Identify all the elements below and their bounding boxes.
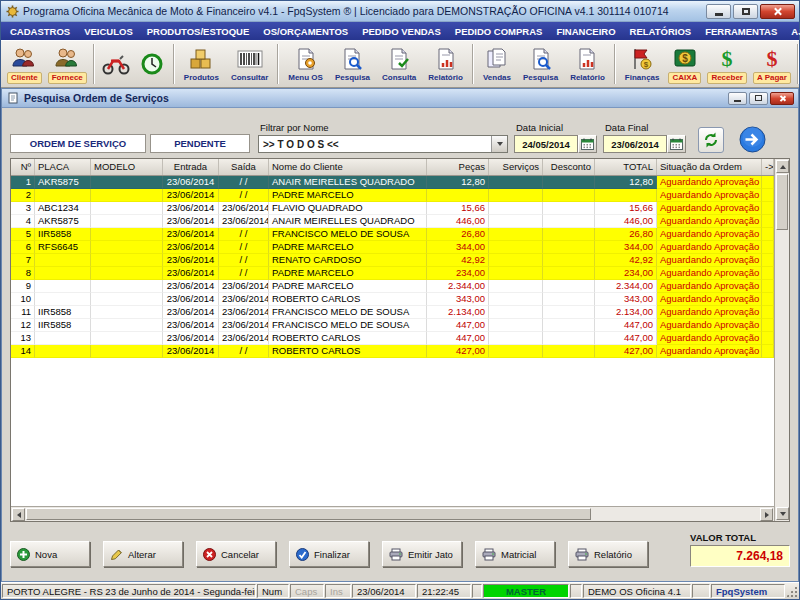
- toolbar-relat-rio-button[interactable]: Relatório: [423, 42, 468, 87]
- emitir-jato-button[interactable]: Emitir Jato: [382, 541, 462, 567]
- toolbar-clock-button[interactable]: [135, 42, 169, 87]
- nova-button[interactable]: Nova: [10, 541, 90, 567]
- toolbar-fornece-button[interactable]: Fornece: [46, 42, 89, 87]
- child-title-bar: Pesquisa Ordem de Serviços: [2, 89, 798, 108]
- toolbar-menu-os-button[interactable]: Menu OS: [283, 42, 328, 87]
- chevron-down-icon: [497, 142, 503, 146]
- column-header-saida[interactable]: Saída: [219, 159, 269, 175]
- toolbar-pesquisa-button[interactable]: Pesquisa: [518, 42, 563, 87]
- table-row[interactable]: 1323/06/201423/06/2014ROBERTO CARLOS447,…: [11, 332, 774, 345]
- name-filter-select[interactable]: >> T O D O S <<: [258, 135, 508, 153]
- cell-entrada: 23/06/2014: [163, 241, 219, 254]
- toolbar-motorcycle-button[interactable]: [99, 42, 133, 87]
- table-row[interactable]: 4AKR587523/06/201423/06/2014ANAIR MEIREL…: [11, 215, 774, 228]
- scroll-right-button[interactable]: [760, 508, 773, 521]
- column-header-total[interactable]: TOTAL: [595, 159, 657, 175]
- toolbar-pesquisa-button[interactable]: Pesquisa: [330, 42, 375, 87]
- date-start-calendar-button[interactable]: [578, 135, 597, 153]
- column-header-situacao[interactable]: Situação da Ordem: [657, 159, 762, 175]
- toolbar-cliente-button[interactable]: Cliente: [5, 42, 44, 87]
- column-header-num[interactable]: Nº: [11, 159, 35, 175]
- horizontal-scroll-track[interactable]: [591, 507, 759, 521]
- matricial-button[interactable]: Matricial: [475, 541, 555, 567]
- alterar-button[interactable]: Alterar: [103, 541, 183, 567]
- column-header-next[interactable]: ->: [762, 159, 774, 175]
- toolbar: ClienteForneceProdutosConsultarMenu OSPe…: [1, 40, 799, 88]
- horizontal-scrollbar[interactable]: [11, 506, 774, 521]
- vertical-scrollbar[interactable]: [774, 159, 789, 521]
- cancelar-button[interactable]: Cancelar: [196, 541, 276, 567]
- date-end-input[interactable]: 23/06/2014: [603, 135, 667, 153]
- table-row[interactable]: 5IIR585823/06/2014/ /FRANCISCO MELO DE S…: [11, 228, 774, 241]
- refresh-button[interactable]: [698, 127, 724, 153]
- menu-item-pedido-compras[interactable]: PEDIDO COMPRAS: [448, 22, 550, 40]
- table-row[interactable]: 723/06/2014/ /RENATO CARDOSO42,9242,92Ag…: [11, 254, 774, 267]
- cell-placa: [35, 332, 91, 345]
- close-button[interactable]: [760, 4, 795, 19]
- table-row[interactable]: 1423/06/2014/ /ROBERTO CARLOS427,00427,0…: [11, 345, 774, 358]
- toolbar-consulta-button[interactable]: Consulta: [377, 42, 421, 87]
- menu-item-ajuda[interactable]: AJUDA: [784, 22, 800, 40]
- vertical-scroll-track[interactable]: [775, 230, 789, 506]
- toolbar-button-label: Relatório: [425, 73, 466, 83]
- menu-item-pedido-vendas[interactable]: PEDIDO VENDAS: [355, 22, 448, 40]
- table-row[interactable]: 923/06/201423/06/2014PADRE MARCELO2.344,…: [11, 280, 774, 293]
- table-row[interactable]: 3ABC123423/06/201423/06/2014FLAVIO QUADR…: [11, 202, 774, 215]
- child-minimize-button[interactable]: [728, 92, 747, 105]
- toolbar-a-pagar-button[interactable]: $A Pagar: [751, 42, 793, 87]
- column-header-nome[interactable]: Nome do Cliente: [269, 159, 427, 175]
- toolbar-produtos-button[interactable]: Produtos: [179, 42, 224, 87]
- table-row[interactable]: 12IIR585823/06/201423/06/2014FRANCISCO M…: [11, 319, 774, 332]
- maximize-button[interactable]: [733, 4, 758, 19]
- toolbar-separator: [93, 44, 95, 84]
- toolbar-receber-button[interactable]: $Receber: [705, 42, 749, 87]
- scroll-up-button[interactable]: [776, 160, 789, 173]
- table-row[interactable]: 223/06/2014/ /PADRE MARCELOAguardando Ap…: [11, 189, 774, 202]
- menu-item-produtos-estoque[interactable]: PRODUTOS/ESTOQUE: [140, 22, 257, 40]
- cell-num: 9: [11, 280, 35, 293]
- menu-item-os-or-amentos[interactable]: OS/ORÇAMENTOS: [256, 22, 355, 40]
- child-close-button[interactable]: [770, 92, 794, 105]
- minimize-button[interactable]: [706, 4, 731, 19]
- cell-total: 234,00: [595, 267, 657, 280]
- cell-modelo: [91, 319, 163, 332]
- date-start-input[interactable]: 24/05/2014: [514, 135, 578, 153]
- toolbar-relat-rio-button[interactable]: Relatório: [565, 42, 610, 87]
- toolbar-vendas-button[interactable]: Vendas: [478, 42, 516, 87]
- horizontal-scroll-thumb[interactable]: [26, 508, 591, 520]
- toolbar-consultar-button[interactable]: Consultar: [226, 42, 273, 87]
- toolbar-caixa-button[interactable]: $CAIXA: [666, 42, 703, 87]
- menu-item-relat-rios[interactable]: RELATÓRIOS: [623, 22, 699, 40]
- column-header-placa[interactable]: PLACA: [35, 159, 91, 175]
- table-row[interactable]: 11IIR585823/06/201423/06/2014FRANCISCO M…: [11, 306, 774, 319]
- barcode-icon: [237, 46, 263, 72]
- name-filter-label: Filtrar por Nome: [260, 122, 508, 133]
- statusbar-num: Num: [257, 584, 289, 598]
- go-button[interactable]: [738, 125, 766, 153]
- scroll-down-button[interactable]: [776, 507, 789, 520]
- table-row[interactable]: 1AKR587523/06/2014/ /ANAIR MEIRELLES QUA…: [11, 176, 774, 189]
- menu-item-veiculos[interactable]: VEICULOS: [77, 22, 140, 40]
- vertical-scroll-thumb[interactable]: [776, 174, 788, 230]
- scroll-left-button[interactable]: [12, 508, 25, 521]
- column-header-entrada[interactable]: Entrada: [163, 159, 219, 175]
- relat-rio-button[interactable]: Relatório: [568, 541, 648, 567]
- finalizar-button[interactable]: Finalizar: [289, 541, 369, 567]
- column-header-modelo[interactable]: MODELO: [91, 159, 163, 175]
- table-row[interactable]: 823/06/2014/ /PADRE MARCELO234,00234,00A…: [11, 267, 774, 280]
- resize-grip[interactable]: [785, 584, 798, 598]
- column-header-servicos[interactable]: Serviços: [489, 159, 543, 175]
- menu-item-ferramentas[interactable]: FERRAMENTAS: [698, 22, 784, 40]
- column-header-desconto[interactable]: Desconto: [543, 159, 595, 175]
- menu-item-financeiro[interactable]: FINANCEIRO: [549, 22, 622, 40]
- toolbar-button-label: Relatório: [567, 73, 608, 83]
- table-row[interactable]: 1023/06/201423/06/2014ROBERTO CARLOS343,…: [11, 293, 774, 306]
- toolbar-finan-as-button[interactable]: $Finanças: [620, 42, 665, 87]
- column-header-pecas[interactable]: Peças: [427, 159, 489, 175]
- menu-item-cadastros[interactable]: CADASTROS: [3, 22, 77, 40]
- table-row[interactable]: 6RFS664523/06/2014/ /PADRE MARCELO344,00…: [11, 241, 774, 254]
- combo-dropdown-button[interactable]: [491, 136, 507, 152]
- date-end-calendar-button[interactable]: [667, 135, 686, 153]
- cell-next: [762, 254, 774, 267]
- child-restore-button[interactable]: [749, 92, 768, 105]
